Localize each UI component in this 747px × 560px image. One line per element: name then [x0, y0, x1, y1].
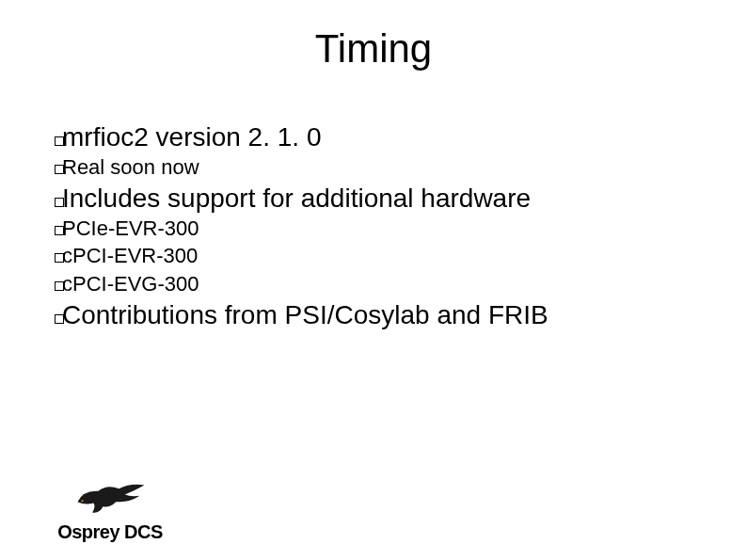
logo: Osprey DCS: [30, 478, 190, 543]
bullet-text: cPCI-EVR-300: [62, 244, 198, 267]
slide-title: Timing: [0, 0, 747, 72]
bullet-line: cPCI-EVG-300: [55, 270, 694, 298]
bullet-text: Includes support for additional hardware: [62, 184, 531, 213]
slide-content: mrfioc2 version 2. 1. 0 Real soon now In…: [55, 120, 694, 331]
bullet-line: Includes support for additional hardware: [55, 182, 694, 215]
logo-text: Osprey DCS: [30, 521, 190, 543]
bullet-text: Real soon now: [62, 155, 199, 179]
bullet-line: mrfioc2 version 2. 1. 0: [55, 120, 694, 153]
eagle-icon: [73, 478, 147, 520]
bullet-line: Contributions from PSI/Cosylab and FRIB: [55, 298, 694, 331]
slide: Timing mrfioc2 version 2. 1. 0 Real soon…: [0, 0, 747, 560]
bullet-text: cPCI-EVG-300: [62, 272, 199, 296]
bullet-text: PCIe-EVR-300: [62, 216, 199, 240]
bullet-text: Contributions from PSI/Cosylab and FRIB: [62, 300, 548, 329]
bullet-line: cPCI-EVR-300: [55, 242, 694, 270]
bullet-line: PCIe-EVR-300: [55, 215, 694, 243]
bullet-text: mrfioc2 version 2. 1. 0: [62, 122, 321, 152]
bullet-line: Real soon now: [55, 153, 694, 182]
